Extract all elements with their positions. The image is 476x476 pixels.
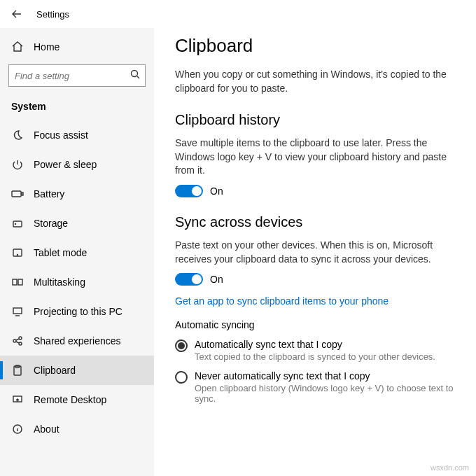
sync-toggle[interactable] — [175, 273, 203, 286]
svg-rect-9 — [13, 308, 22, 314]
nav-power-sleep[interactable]: Power & sleep — [0, 150, 154, 179]
back-button[interactable] — [8, 6, 25, 22]
nav-focus-assist[interactable]: Focus assist — [0, 120, 154, 150]
titlebar: Settings — [0, 0, 476, 28]
history-heading: Clipboard history — [175, 112, 455, 128]
sidebar: Home System Focus assist Power & sleep B… — [0, 28, 154, 476]
sync-toggle-label: On — [210, 274, 223, 285]
svg-point-10 — [13, 340, 16, 342]
tablet-icon — [11, 246, 24, 259]
power-icon — [11, 158, 24, 171]
radio-auto-sync-input[interactable] — [175, 340, 188, 352]
svg-point-12 — [19, 342, 22, 345]
nav-tablet-mode[interactable]: Tablet mode — [0, 238, 154, 267]
svg-point-6 — [18, 255, 18, 255]
intro-text: When you copy or cut something in Window… — [175, 68, 455, 95]
svg-point-11 — [19, 337, 22, 340]
svg-rect-7 — [13, 279, 17, 285]
nav-clipboard[interactable]: Clipboard — [0, 356, 154, 385]
nav-home-label: Home — [34, 41, 59, 52]
nav-about[interactable]: About — [0, 414, 154, 444]
sync-toggle-row: On — [175, 273, 455, 286]
nav-shared-experiences[interactable]: Shared experiences — [0, 326, 154, 356]
svg-rect-1 — [12, 191, 21, 197]
search-input[interactable] — [8, 64, 146, 87]
page-title: Clipboard — [175, 35, 455, 57]
svg-point-4 — [15, 224, 16, 225]
history-toggle-row: On — [175, 185, 455, 197]
multitasking-icon — [11, 276, 24, 288]
auto-sync-radio-group: Automatically sync text that I copy Text… — [175, 339, 455, 404]
moon-icon — [11, 129, 24, 141]
sync-desc: Paste text on your other devices. When t… — [175, 239, 455, 266]
storage-icon — [11, 217, 24, 230]
share-icon — [11, 335, 24, 347]
info-icon — [11, 423, 24, 435]
search-wrap — [8, 64, 146, 87]
remote-desktop-icon — [11, 393, 24, 406]
radio-never-sync-input[interactable] — [175, 371, 188, 384]
svg-rect-3 — [13, 221, 22, 227]
get-app-link[interactable]: Get an app to sync clipboard items to yo… — [175, 295, 455, 307]
window-title: Settings — [36, 9, 69, 20]
history-toggle-label: On — [210, 186, 223, 197]
search-icon — [130, 69, 140, 82]
home-icon — [11, 41, 24, 53]
svg-point-0 — [132, 71, 138, 77]
main-layout: Home System Focus assist Power & sleep B… — [0, 28, 476, 476]
nav-battery[interactable]: Battery — [0, 179, 154, 209]
auto-sync-heading: Automatic syncing — [175, 319, 455, 330]
history-desc: Save multiple items to the clipboard to … — [175, 136, 455, 178]
projecting-icon — [11, 305, 24, 318]
content: Clipboard When you copy or cut something… — [154, 28, 476, 476]
nav-storage[interactable]: Storage — [0, 209, 154, 238]
nav-multitasking[interactable]: Multitasking — [0, 267, 154, 297]
battery-icon — [11, 188, 24, 200]
history-toggle[interactable] — [175, 185, 203, 197]
nav-home[interactable]: Home — [0, 34, 154, 60]
clipboard-icon — [11, 364, 24, 377]
svg-rect-8 — [18, 279, 22, 285]
radio-never-sync[interactable]: Never automatically sync text that I cop… — [175, 370, 455, 404]
nav-projecting[interactable]: Projecting to this PC — [0, 297, 154, 326]
radio-auto-sync[interactable]: Automatically sync text that I copy Text… — [175, 339, 455, 362]
sync-heading: Sync across devices — [175, 214, 455, 230]
section-system: System — [0, 95, 154, 120]
watermark: wsxdn.com — [430, 463, 469, 472]
nav-remote-desktop[interactable]: Remote Desktop — [0, 385, 154, 414]
svg-rect-2 — [22, 192, 23, 195]
